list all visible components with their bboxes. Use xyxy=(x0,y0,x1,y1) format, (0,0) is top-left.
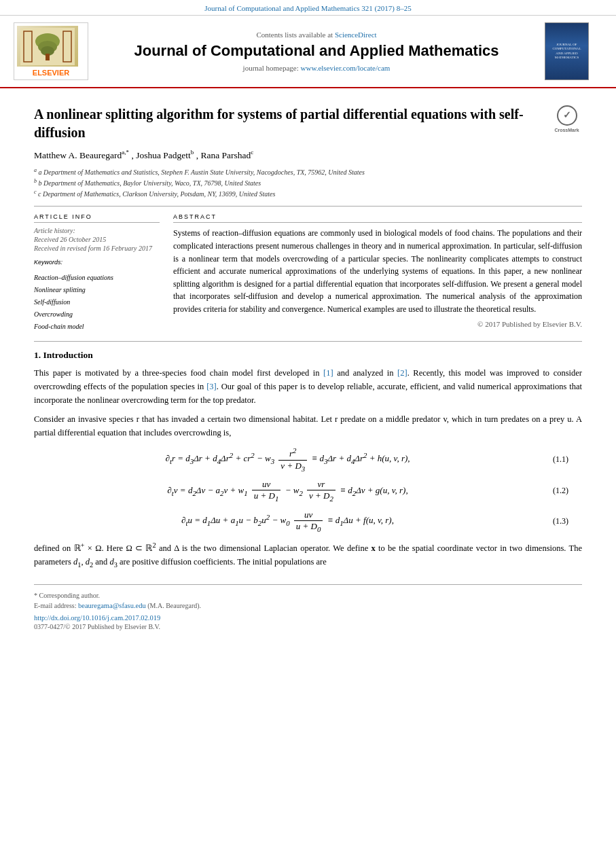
crossmark-label: CrossMark xyxy=(554,127,579,133)
journal-cover: JOURNAL OFCOMPUTATIONALAND APPLIEDMATHEM… xyxy=(545,22,596,80)
article-info-label: ARTICLE INFO xyxy=(34,213,160,223)
revised-date: Received in revised form 16 February 201… xyxy=(34,245,160,252)
homepage-link[interactable]: www.elsevier.com/locate/cam xyxy=(301,64,391,72)
keyword-2: Nonlinear splitting xyxy=(34,284,160,296)
intro-heading: 1. Introduction xyxy=(34,350,582,361)
elsevier-logo-image xyxy=(17,26,78,67)
keywords-label: Keywords: xyxy=(34,259,160,268)
equation-3-block: ∂tu = d1Δu + a1u − b2u2 − w0 uv u + D0 ≡… xyxy=(34,509,582,533)
keyword-3: Self-diffusion xyxy=(34,296,160,308)
main-content: A nonlinear splitting algorithm for syst… xyxy=(0,88,616,642)
ref-1-link[interactable]: [1] xyxy=(323,368,333,378)
author-b-sup: b xyxy=(191,149,194,156)
abstract-text: Systems of reaction–diffusion equations … xyxy=(173,227,582,315)
email-note: E-mail address: beauregama@sfasu.edu (M.… xyxy=(34,601,582,611)
abstract-label: ABSTRACT xyxy=(173,213,582,223)
journal-title-area: Contents lists available at ScienceDirec… xyxy=(102,31,531,72)
footer-section: * Corresponding author. E-mail address: … xyxy=(34,584,582,632)
keywords-list: Reaction–diffusion equations Nonlinear s… xyxy=(34,272,160,333)
article-info-column: ARTICLE INFO Article history: Received 2… xyxy=(34,213,160,333)
section-divider xyxy=(34,341,582,342)
keywords-section: Keywords: Reaction–diffusion equations N… xyxy=(34,259,160,333)
ref-3-link[interactable]: [3] xyxy=(206,382,217,391)
doi-line: http://dx.doi.org/10.1016/j.cam.2017.02.… xyxy=(34,614,582,622)
crossmark-icon: ✓ xyxy=(557,105,577,126)
intro-para1: This paper is motivated by a three-speci… xyxy=(34,366,582,407)
journal-cover-image: JOURNAL OFCOMPUTATIONALAND APPLIEDMATHEM… xyxy=(545,22,589,80)
author-c-sup: c xyxy=(251,149,253,156)
article-history-label: Article history: xyxy=(34,227,160,234)
authors-line: Matthew A. Beauregarda,* , Joshua Padget… xyxy=(34,149,582,161)
svg-rect-4 xyxy=(46,54,50,60)
crossmark-badge[interactable]: ✓ CrossMark xyxy=(551,105,582,136)
email-link[interactable]: beauregama@sfasu.edu xyxy=(78,602,146,609)
elsevier-brand: ELSEVIER xyxy=(17,69,85,77)
journal-main-title: Journal of Computational and Applied Mat… xyxy=(102,41,531,61)
sciencedirect-link[interactable]: ScienceDirect xyxy=(335,31,377,39)
equation-2: ∂tv = d2Δv − a2v + w1 uv u + D1 − w2 vr … xyxy=(48,479,528,503)
doi-link[interactable]: http://dx.doi.org/10.1016/j.cam.2017.02.… xyxy=(34,614,160,622)
affiliation-c: c c Department of Mathematics, Clarkson … xyxy=(34,188,582,199)
intro-para2: Consider an invasive species r that has … xyxy=(34,412,582,440)
elsevier-logo: ELSEVIER xyxy=(14,22,88,80)
article-divider xyxy=(34,206,582,207)
equation-3-number: (1.3) xyxy=(528,516,568,526)
footer-copyright: 0377-0427/© 2017 Published by Elsevier B… xyxy=(34,622,582,632)
abstract-copyright: © 2017 Published by Elsevier B.V. xyxy=(173,320,582,328)
corresponding-author-note: * Corresponding author. xyxy=(34,590,582,601)
equation-2-number: (1.2) xyxy=(528,486,568,496)
two-column-section: ARTICLE INFO Article history: Received 2… xyxy=(34,213,582,333)
paper-title: A nonlinear splitting algorithm for syst… xyxy=(34,105,582,142)
equation-1-block: ∂tr = d3Δr + d4Δr2 + cr2 − w3 r2 v + D3 … xyxy=(34,446,582,472)
affiliation-b: b b Department of Mathematics, Baylor Un… xyxy=(34,177,582,188)
affiliation-a: a a Department of Mathematics and Statis… xyxy=(34,166,582,177)
equation-1-number: (1.1) xyxy=(528,454,568,465)
journal-header: ELSEVIER Contents lists available at Sci… xyxy=(0,16,616,88)
citation-text: Journal of Computational and Applied Mat… xyxy=(204,4,411,12)
affiliations: a a Department of Mathematics and Statis… xyxy=(34,166,582,200)
citation-bar: Journal of Computational and Applied Mat… xyxy=(0,0,616,16)
abstract-column: ABSTRACT Systems of reaction–diffusion e… xyxy=(173,213,582,333)
equation-1: ∂tr = d3Δr + d4Δr2 + cr2 − w3 r2 v + D3 … xyxy=(48,446,528,472)
ref-2-link[interactable]: [2] xyxy=(397,368,407,378)
para-after-equations: defined on ℝ+ × Ω. Here Ω ⊂ ℝ2 and Δ is … xyxy=(34,540,582,571)
equation-2-block: ∂tv = d2Δv − a2v + w1 uv u + D1 − w2 vr … xyxy=(34,479,582,503)
contents-line: Contents lists available at ScienceDirec… xyxy=(102,31,531,39)
author-a-sup: a,* xyxy=(122,149,129,156)
received-date: Received 26 October 2015 xyxy=(34,236,160,243)
journal-homepage: journal homepage: www.elsevier.com/locat… xyxy=(102,64,531,72)
keyword-5: Food-chain model xyxy=(34,321,160,333)
keyword-4: Overcrowding xyxy=(34,308,160,321)
keyword-1: Reaction–diffusion equations xyxy=(34,272,160,284)
equation-3: ∂tu = d1Δu + a1u − b2u2 − w0 uv u + D0 ≡… xyxy=(48,509,528,533)
